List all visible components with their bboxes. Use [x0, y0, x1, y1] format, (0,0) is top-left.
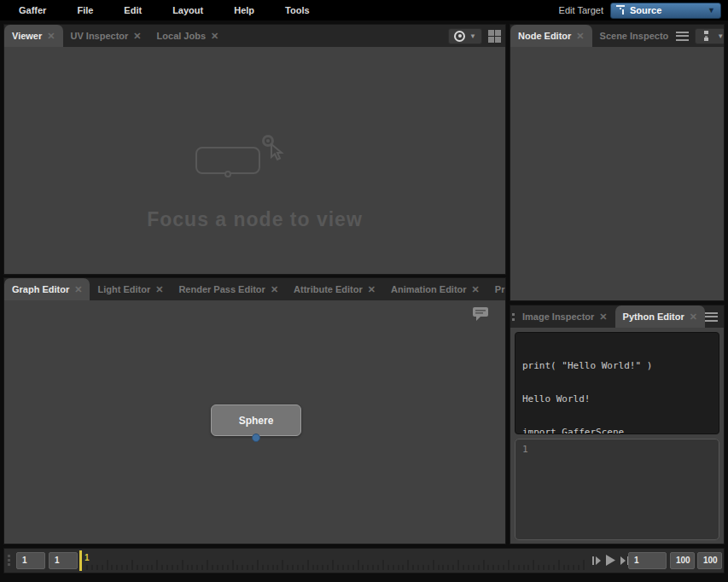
tab-label: Light Editor — [97, 284, 150, 294]
tab-light-editor[interactable]: Light Editor ✕ — [90, 278, 171, 300]
menu-tools[interactable]: Tools — [273, 5, 322, 15]
chevron-down-icon: ▼ — [708, 6, 715, 15]
close-icon[interactable]: ✕ — [271, 284, 278, 295]
menu-help[interactable]: Help — [222, 5, 266, 15]
tab-graph-editor[interactable]: Graph Editor ✕ — [4, 278, 90, 300]
python-editor-body: print( "Hello World!" ) Hello World! imp… — [510, 328, 724, 544]
python-output-area[interactable]: print( "Hello World!" ) Hello World! imp… — [515, 332, 719, 434]
chevron-down-icon: ▼ — [469, 32, 476, 40]
viewer-body[interactable]: Focus a node to view — [4, 47, 505, 274]
menu-gaffer[interactable]: Gaffer — [7, 5, 58, 15]
menu-bar: Gaffer File Edit Layout Help Tools Edit … — [0, 0, 728, 20]
graph-editor-panel: Graph Editor ✕ Light Editor ✕ Render Pas… — [3, 277, 506, 544]
chevron-down-icon: ▼ — [717, 32, 724, 40]
tab-viewer[interactable]: Viewer ✕ — [4, 25, 63, 47]
node-editor-panel: Node Editor ✕ Scene Inspecto ▼ — [510, 24, 725, 301]
focus-mode-dropdown[interactable]: ▼ — [448, 28, 482, 44]
playback-start-field[interactable]: 1 — [49, 552, 78, 569]
close-icon[interactable]: ✕ — [690, 311, 697, 323]
playback-end-field[interactable]: 100 — [670, 552, 695, 569]
close-icon[interactable]: ✕ — [599, 311, 607, 323]
python-output-line: print( "Hello World!" ) — [522, 360, 712, 371]
edit-target-dropdown[interactable]: Source ▼ — [610, 3, 721, 19]
close-icon[interactable]: ✕ — [155, 284, 163, 295]
tab-label: Local Jobs — [157, 31, 206, 41]
frame-ruler[interactable] — [86, 549, 588, 573]
edit-target-value: Source — [630, 5, 702, 15]
tab-label: Graph Editor — [12, 284, 69, 294]
timeline-grip-handle[interactable] — [8, 555, 10, 566]
tab-image-inspector[interactable]: Image Inspector ✕ — [515, 306, 615, 328]
playhead-frame-label: 1 — [84, 553, 90, 562]
tab-animation-editor[interactable]: Animation Editor ✕ — [383, 278, 487, 300]
graph-editor-tabbar: Graph Editor ✕ Light Editor ✕ Render Pas… — [4, 278, 505, 300]
node-editor-tabbar: Node Editor ✕ Scene Inspecto ▼ — [510, 25, 724, 47]
tab-render-pass-editor[interactable]: Render Pass Editor ✕ — [171, 278, 286, 300]
viewer-panel: Viewer ✕ UV Inspector ✕ Local Jobs ✕ ▼ — [3, 24, 506, 275]
menu-edit[interactable]: Edit — [112, 5, 154, 15]
python-input-area[interactable]: 1 — [515, 439, 719, 540]
viewer-tabbar: Viewer ✕ UV Inspector ✕ Local Jobs ✕ ▼ — [4, 25, 505, 47]
close-icon[interactable]: ✕ — [74, 284, 82, 295]
tab-local-jobs[interactable]: Local Jobs ✕ — [149, 25, 227, 47]
skip-to-start-button[interactable] — [591, 555, 602, 567]
tab-label: Scene Inspecto — [600, 31, 669, 41]
tab-label: Node Editor — [518, 31, 571, 41]
range-start-field[interactable]: 1 — [16, 552, 45, 569]
tab-label: Python Editor — [623, 311, 684, 322]
tab-label: Viewer — [12, 31, 42, 41]
close-icon[interactable]: ✕ — [47, 31, 55, 42]
play-button[interactable] — [605, 554, 616, 567]
tab-label: Render Pass Editor — [178, 284, 265, 294]
close-icon[interactable]: ✕ — [211, 31, 218, 42]
node-output-plug[interactable] — [252, 434, 260, 442]
tab-python-editor[interactable]: Python Editor ✕ — [615, 306, 705, 328]
close-icon[interactable]: ✕ — [576, 31, 584, 42]
tab-node-editor[interactable]: Node Editor ✕ — [510, 25, 592, 47]
cursor-arrow-icon — [269, 143, 284, 162]
edit-scope-pin-icon — [616, 5, 625, 15]
tab-primitive-inspector[interactable]: Prim — [487, 278, 505, 300]
python-editor-panel: Image Inspector ✕ Python Editor ✕ print(… — [510, 305, 725, 544]
python-output-line: import GafferScene — [522, 427, 712, 434]
tab-uv-inspector[interactable]: UV Inspector ✕ — [63, 25, 149, 47]
python-editor-tabbar: Image Inspector ✕ Python Editor ✕ — [510, 306, 724, 328]
tab-label: Prim — [495, 284, 505, 294]
graph-node-sphere[interactable]: Sphere — [211, 404, 301, 436]
node-label: Sphere — [239, 415, 274, 427]
viewer-placeholder-text: Focus a node to view — [4, 208, 505, 231]
range-end-field[interactable]: 100 — [697, 552, 722, 569]
edit-target-label: Edit Target — [559, 5, 603, 15]
focus-target-icon — [454, 31, 465, 42]
timeline-bar: 1 1 1 1 100 100 — [3, 548, 725, 573]
tab-attribute-editor[interactable]: Attribute Editor ✕ — [286, 278, 383, 300]
annotation-bubble-icon[interactable] — [471, 306, 490, 323]
menu-file[interactable]: File — [65, 5, 105, 15]
tab-label: UV Inspector — [71, 31, 129, 41]
tab-label: Attribute Editor — [294, 284, 363, 294]
tab-label: Image Inspector — [522, 311, 594, 322]
editor-menu-icon[interactable] — [705, 312, 718, 322]
current-frame-field[interactable]: 1 — [628, 552, 667, 569]
layout-menu-icon[interactable] — [488, 30, 501, 43]
line-number: 1 — [522, 444, 528, 455]
viewer-placeholder: Focus a node to view — [4, 128, 505, 231]
node-graph-icon — [701, 31, 713, 41]
playhead[interactable] — [79, 550, 82, 571]
editor-menu-icon[interactable] — [676, 32, 689, 41]
node-editor-mode-dropdown[interactable]: ▼ — [695, 28, 724, 44]
close-icon[interactable]: ✕ — [368, 284, 376, 295]
node-editor-body[interactable] — [510, 47, 724, 300]
close-icon[interactable]: ✕ — [133, 31, 141, 42]
close-icon[interactable]: ✕ — [472, 284, 480, 295]
placeholder-plug-icon — [224, 171, 231, 178]
python-output-line: Hello World! — [522, 393, 712, 404]
tab-scene-inspector[interactable]: Scene Inspecto — [592, 25, 677, 47]
focus-hint-graphic — [187, 128, 323, 188]
menu-layout[interactable]: Layout — [160, 5, 215, 15]
tab-label: Animation Editor — [391, 284, 467, 294]
graph-editor-body[interactable]: Sphere — [4, 300, 505, 544]
